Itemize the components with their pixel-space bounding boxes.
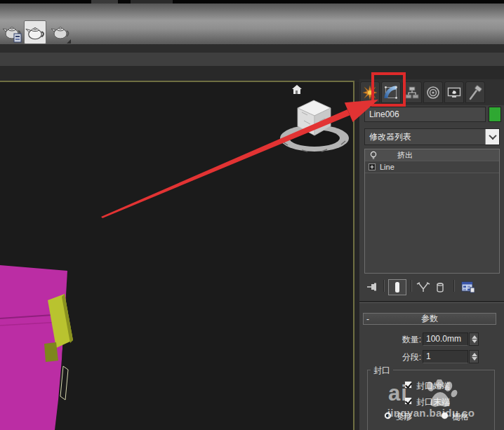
amount-spinner[interactable] [469, 332, 479, 346]
cap-end-checkbox[interactable] [404, 397, 412, 405]
show-end-result-button[interactable] [388, 279, 406, 295]
parameters-rollout-header[interactable]: - 参数 [363, 313, 496, 325]
spinner-down-icon[interactable] [472, 357, 477, 361]
trash-icon [435, 281, 445, 293]
object-name-text: Line006 [369, 109, 399, 119]
amount-value: 100.0mm [426, 334, 461, 344]
door-handle-cap [44, 342, 58, 362]
create-icon [362, 85, 378, 100]
modifier-list-label: 修改器列表 [369, 132, 411, 142]
viewport[interactable] [0, 81, 354, 430]
flyout-corner-icon [67, 39, 71, 43]
teapot-flyout-icon[interactable] [49, 20, 72, 44]
lightbulb-icon[interactable] [369, 151, 378, 160]
remove-modifier-button[interactable] [432, 279, 448, 295]
teapot-active-icon[interactable] [24, 20, 46, 44]
teapot-glyph [25, 22, 45, 42]
stack-row-label: Line [380, 163, 394, 171]
segments-spinner[interactable] [469, 350, 479, 363]
panel-divider [359, 301, 504, 303]
toolbar-lower-strip [0, 44, 504, 53]
main-toolbar [0, 4, 504, 44]
separator [411, 280, 412, 292]
grid-label: 栅格 [452, 411, 469, 423]
display-icon [446, 85, 462, 100]
amount-label: 数量: [379, 334, 421, 346]
make-unique-button[interactable] [416, 279, 431, 295]
app-window: Line006 修改器列表 挤出 [0, 0, 504, 430]
selected-spline-outline[interactable] [60, 366, 68, 400]
tab-modify[interactable] [381, 81, 401, 103]
tab-utilities[interactable] [465, 81, 485, 103]
modifier-list-dropdown[interactable]: 修改器列表 [364, 128, 500, 145]
separator [453, 280, 455, 292]
segments-value: 1 [426, 351, 431, 361]
ribbon-strip [0, 53, 504, 66]
teapot-glyph [2, 21, 23, 43]
tab-motion[interactable] [423, 81, 443, 103]
expand-plus-icon[interactable] [369, 163, 376, 170]
viewport-scene [0, 82, 353, 430]
segments-label: 分段: [379, 351, 421, 363]
separator [383, 280, 385, 292]
tab-hierarchy[interactable] [402, 81, 422, 103]
viewcube-home-icon[interactable] [292, 85, 302, 94]
cap-group-label: 封口 [371, 365, 393, 377]
show-end-result-icon [393, 281, 402, 293]
tab-create[interactable] [360, 81, 380, 103]
configure-modifier-sets-button[interactable] [459, 279, 476, 295]
amount-field[interactable]: 100.0mm [423, 332, 468, 346]
motion-icon [425, 85, 441, 100]
dropdown-open-button[interactable] [485, 129, 499, 145]
cap-start-checkbox[interactable] [404, 381, 412, 389]
modifier-stack[interactable]: 挤出 Line [364, 149, 500, 274]
spinner-up-icon[interactable] [472, 353, 477, 356]
collapse-icon: - [366, 314, 376, 324]
object-name-field[interactable]: Line006 [364, 107, 486, 122]
segments-field[interactable]: 1 [423, 350, 468, 363]
teapot-snapshot-icon[interactable] [1, 20, 24, 44]
hierarchy-icon [404, 85, 420, 100]
rollout-title: 参数 [376, 313, 483, 325]
configure-modifier-sets-icon [461, 281, 475, 293]
tab-display[interactable] [444, 81, 464, 103]
chevron-down-icon [489, 132, 496, 140]
pin-stack-button[interactable] [365, 279, 380, 295]
command-panel: Line006 修改器列表 挤出 [359, 79, 504, 430]
spinner-up-icon[interactable] [472, 335, 477, 339]
utilities-icon [467, 85, 483, 100]
morph-radio[interactable] [384, 412, 392, 419]
modify-icon [383, 85, 399, 100]
cap-start-label: 封口始端 [416, 380, 450, 392]
pin-stack-icon [366, 282, 379, 292]
stack-toolbar [359, 278, 504, 296]
stack-row-line[interactable]: Line [365, 161, 499, 173]
object-color-swatch[interactable] [489, 107, 501, 122]
morph-label: 变形 [395, 411, 412, 423]
stack-row-extrude[interactable]: 挤出 [365, 149, 499, 161]
door-object[interactable] [0, 265, 67, 430]
stack-row-label: 挤出 [397, 150, 413, 161]
spinner-down-icon[interactable] [472, 340, 477, 343]
cap-end-label: 封口末端 [416, 396, 450, 408]
make-unique-icon [416, 281, 430, 293]
grid-radio[interactable] [441, 412, 449, 419]
